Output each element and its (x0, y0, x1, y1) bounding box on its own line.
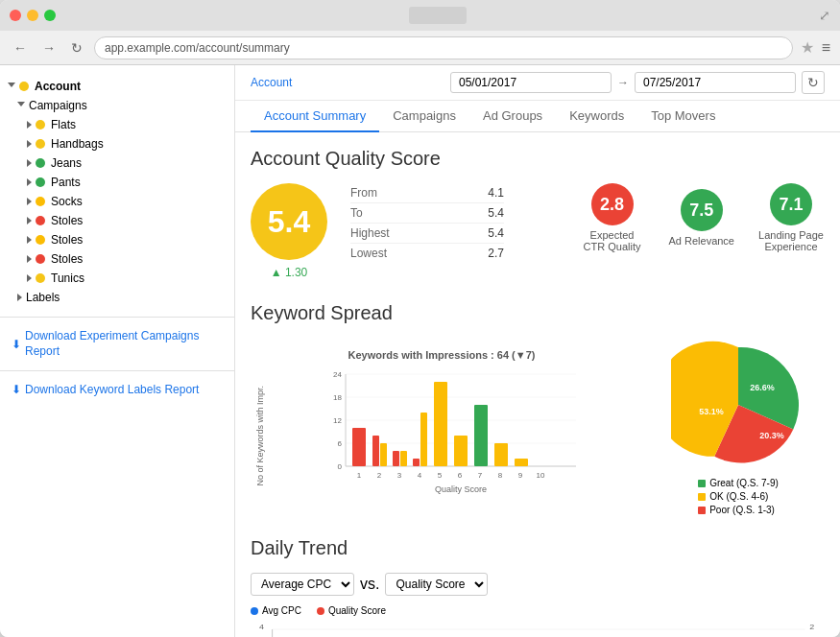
legend-poor: Poor (Q.S. 1-3) (698, 505, 779, 515)
cpc-legend-label: Avg CPC (262, 605, 301, 616)
date-from-input[interactable] (450, 72, 612, 93)
download-keywords-link[interactable]: ⬇ Download Keyword Labels Report (0, 377, 234, 402)
download-campaigns-link[interactable]: ⬇ Download Experiment Campaigns Report (0, 323, 234, 365)
y-axis-label-wrapper: No of Keywords with Impr. (251, 365, 270, 507)
tab-ad-groups[interactable]: Ad Groups (469, 101, 556, 132)
bookmark-icon[interactable]: ★ (801, 38, 814, 57)
date-refresh-button[interactable]: ↻ (802, 71, 825, 94)
quality-score-section: Account Quality Score 5.4 ▲ 1.30 (251, 148, 825, 279)
handbags-dot (36, 139, 45, 149)
stoles1-dot (36, 216, 45, 225)
score-lowest-label: Lowest (350, 247, 387, 260)
legend-ok-dot (698, 493, 706, 501)
sidebar: Account Campaigns Flats Handbags (0, 65, 235, 637)
tab-top-movers[interactable]: Top Movers (637, 101, 729, 132)
pants-label: Pants (51, 176, 81, 189)
svg-text:3: 3 (397, 471, 402, 480)
stoles2-dot (36, 235, 45, 245)
sidebar-divider (0, 317, 234, 318)
sidebar-item-socks[interactable]: Socks (19, 192, 234, 211)
browser-window: ⤢ ← → ↻ app.example.com/account/summary … (0, 0, 840, 637)
ctr-badge-value: 2.8 (600, 195, 624, 215)
address-bar[interactable]: app.example.com/account/summary (94, 36, 793, 59)
trend-metric1-select[interactable]: Average CPC (251, 573, 354, 596)
trend-metric2-select[interactable]: Quality Score (385, 573, 488, 596)
svg-rect-23 (515, 459, 528, 466)
sidebar-item-account[interactable]: Account (0, 77, 234, 96)
svg-text:26.6%: 26.6% (750, 383, 775, 392)
score-circle: 5.4 (251, 183, 327, 260)
svg-rect-13 (372, 436, 379, 466)
sidebar-item-handbags[interactable]: Handbags (19, 134, 234, 153)
svg-text:4: 4 (259, 622, 264, 630)
content-area: Account Quality Score 5.4 ▲ 1.30 (235, 132, 840, 637)
main-content: Account Campaigns Flats Handbags (0, 65, 840, 637)
sidebar-item-labels[interactable]: Labels (10, 288, 234, 307)
sidebar-item-stoles2[interactable]: Stoles (19, 230, 234, 249)
flats-dot (36, 120, 45, 130)
sidebar-item-campaigns[interactable]: Campaigns (10, 96, 234, 115)
keyword-spread-section: Keyword Spread Keywords with Impressions… (251, 302, 825, 518)
sidebar-item-jeans[interactable]: Jeans (19, 153, 234, 173)
relevance-badge-value: 7.5 (689, 201, 713, 221)
score-badges: 2.8 Expected CTR Quality 7.5 Ad Relevanc… (579, 183, 826, 252)
svg-text:24: 24 (333, 370, 342, 379)
score-row-from: From 4.1 (350, 183, 504, 203)
sidebar-item-tunics[interactable]: Tunics (19, 269, 234, 288)
tab-keywords[interactable]: Keywords (556, 101, 637, 132)
legend-ok: OK (Q.S. 4-6) (698, 491, 779, 502)
cpc-legend-dot (251, 607, 258, 615)
svg-text:53.1%: 53.1% (699, 407, 724, 416)
svg-text:5: 5 (438, 471, 443, 480)
legend-poor-label: Poor (Q.S. 1-3) (709, 505, 775, 515)
tab-campaigns[interactable]: Campaigns (379, 101, 469, 132)
score-row-lowest: Lowest 2.7 (350, 244, 504, 263)
nav-bar: ← → ↻ app.example.com/account/summary ★ … (0, 31, 840, 65)
tab-account-summary[interactable]: Account Summary (251, 101, 379, 132)
y-axis-label: No of Keywords with Impr. (255, 386, 265, 486)
sidebar-divider2 (0, 370, 234, 371)
svg-text:4: 4 (418, 471, 422, 480)
download-keywords-label: Download Keyword Labels Report (25, 383, 199, 396)
jeans-label: Jeans (51, 156, 82, 170)
ctr-badge-circle: 2.8 (591, 183, 634, 225)
expand-campaigns-icon (17, 102, 25, 110)
expand-handbags-icon (27, 140, 32, 148)
handbags-label: Handbags (51, 137, 104, 151)
sidebar-item-stoles3[interactable]: Stoles (19, 249, 234, 269)
daily-trend-section: Daily Trend Average CPC vs. Quality Scor… (251, 537, 825, 637)
tunics-dot (36, 273, 45, 283)
svg-text:Quality Score: Quality Score (435, 484, 487, 494)
relevance-badge-circle: 7.5 (681, 189, 723, 231)
score-table: From 4.1 To 5.4 Highest 5.4 (350, 183, 504, 263)
right-panel: Account → ↻ Account Summary Campaigns Ad… (235, 65, 840, 637)
back-button[interactable]: ← (10, 38, 31, 58)
breadcrumb[interactable]: Account (251, 76, 292, 89)
date-to-input[interactable] (635, 72, 796, 93)
tunics-label: Tunics (51, 271, 84, 285)
title-bar: ⤢ (0, 0, 840, 31)
forward-button[interactable]: → (38, 38, 60, 58)
pie-legend: Great (Q.S. 7-9) OK (Q.S. 4-6) Poor (Q.S… (698, 478, 779, 518)
close-button[interactable] (10, 10, 21, 21)
score-value: 5.4 (268, 204, 310, 240)
relevance-badge-label: Ad Relevance (669, 235, 735, 247)
sidebar-item-stoles1[interactable]: Stoles (19, 211, 234, 230)
refresh-button[interactable]: ↻ (67, 38, 86, 58)
socks-label: Socks (51, 195, 83, 208)
score-highest-label: Highest (350, 226, 390, 240)
menu-icon[interactable]: ≡ (822, 39, 830, 57)
sidebar-item-pants[interactable]: Pants (19, 173, 234, 192)
maximize-button[interactable] (44, 10, 56, 21)
sidebar-item-flats[interactable]: Flats (19, 115, 234, 134)
minimize-button[interactable] (27, 10, 38, 21)
legend-great-dot (698, 480, 706, 487)
account-label: Account (35, 80, 81, 93)
score-badge-landing: 7.1 Landing Page Experience (757, 183, 825, 252)
legend-great: Great (Q.S. 7-9) (698, 478, 779, 488)
expand-pants-icon (27, 178, 32, 186)
svg-text:1: 1 (357, 471, 362, 480)
fullscreen-icon[interactable]: ⤢ (819, 8, 830, 23)
score-circle-wrapper: 5.4 ▲ 1.30 (251, 183, 327, 279)
expand-stoles1-icon (27, 217, 32, 224)
